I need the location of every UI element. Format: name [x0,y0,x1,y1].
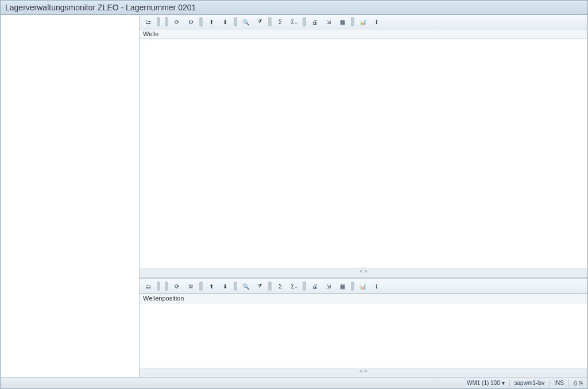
layout-icon[interactable]: ▦ [336,280,349,292]
status-icon-2[interactable]: ⎘ [579,380,583,386]
sort-asc-icon[interactable]: ⬆ [205,280,218,292]
content-area: 🗂 ⟳ ⚙ ⬆ ⬇ 🔍 ⧩ Σ Σ₊ 🖨 [140,15,587,377]
sort-desc-icon[interactable]: ⬇ [219,16,231,28]
sort-desc-icon[interactable]: ⬇ [219,280,231,292]
lower-hscroll[interactable] [140,368,587,377]
app-window: Lagerverwaltungsmonitor ZLEO - Lagernumm… [0,0,588,389]
lower-pane: 🗂 ⟳ ⚙ ⬆ ⬇ 🔍 ⧩ Σ Σ₊ 🖨 [140,279,587,377]
status-mode: INS [554,380,564,386]
sum-icon[interactable]: Σ [274,16,287,28]
sort-asc-icon[interactable]: ⬆ [205,16,218,28]
title-bar: Lagerverwaltungsmonitor ZLEO - Lagernumm… [1,1,587,15]
navigation-tree[interactable] [1,15,140,377]
subtotal-icon[interactable]: Σ₊ [288,16,300,28]
sum-icon[interactable]: Σ [274,280,287,292]
status-bar: WM1 (1) 100 ▾ sapwm1-lsv INS ⎙ ⎘ [1,377,587,388]
layout-icon[interactable]: ▦ [336,16,349,28]
print-icon[interactable]: 🖨 [308,16,321,28]
filter-icon[interactable]: ⧩ [253,280,266,292]
lower-caption: Wellenposition [140,294,587,303]
main-area: 🗂 ⟳ ⚙ ⬆ ⬇ 🔍 ⧩ Σ Σ₊ 🖨 [1,15,587,377]
export-icon[interactable]: ⇲ [322,280,335,292]
status-server: sapwm1-lsv [514,380,545,386]
lower-toolbar: 🗂 ⟳ ⚙ ⬆ ⬇ 🔍 ⧩ Σ Σ₊ 🖨 [140,279,587,294]
find-icon[interactable]: 🔍 [239,16,252,28]
subtotal-icon[interactable]: Σ₊ [288,280,300,292]
info-icon[interactable]: ℹ [370,16,383,28]
print-icon[interactable]: 🖨 [308,280,321,292]
find-icon[interactable]: 🔍 [239,280,252,292]
tool1-icon[interactable]: ⚙ [184,16,197,28]
chart-icon[interactable]: 📊 [357,16,369,28]
detail-icon[interactable]: 🗂 [142,280,154,292]
status-icon-1[interactable]: ⎙ [574,380,577,386]
upper-pane: 🗂 ⟳ ⚙ ⬆ ⬇ 🔍 ⧩ Σ Σ₊ 🖨 [140,15,587,277]
refresh-icon[interactable]: ⟳ [171,16,183,28]
tool1-icon[interactable]: ⚙ [184,280,197,292]
upper-grid-wrap[interactable] [140,39,587,268]
window-title: Lagerverwaltungsmonitor ZLEO - Lagernumm… [5,3,196,12]
upper-caption: Welle [140,29,587,39]
upper-toolbar: 🗂 ⟳ ⚙ ⬆ ⬇ 🔍 ⧩ Σ Σ₊ 🖨 [140,15,587,29]
detail-icon[interactable]: 🗂 [142,16,154,28]
upper-hscroll[interactable] [140,268,587,277]
chart-icon[interactable]: 📊 [357,280,369,292]
info-icon[interactable]: ℹ [370,280,383,292]
filter-icon[interactable]: ⧩ [253,16,266,28]
export-icon[interactable]: ⇲ [322,16,335,28]
status-system[interactable]: WM1 (1) 100 ▾ [467,380,505,386]
refresh-icon[interactable]: ⟳ [171,280,183,292]
lower-grid-wrap[interactable] [140,303,587,368]
